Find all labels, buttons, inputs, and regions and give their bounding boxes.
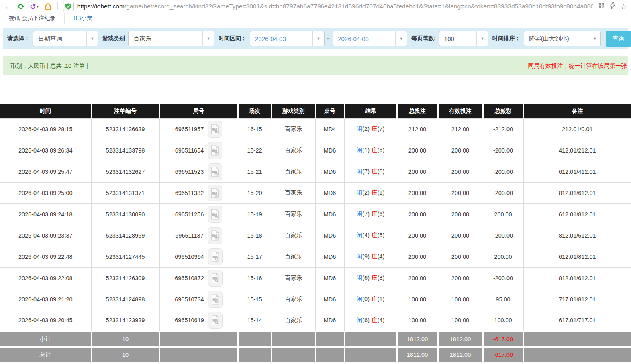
result-player-label: 闲 [357,189,363,196]
result-player-num: (7) [362,211,370,217]
cell-game: 百家乐 [272,225,315,246]
game-type-select[interactable]: 百家乐 ▼ [128,31,214,46]
result-banker-num: (1) [378,296,385,302]
tab-bb-tip[interactable]: BB小费 [65,13,101,24]
cell-total-bet: 200.00 [397,267,438,289]
cell-note: 717.01/812.01 [523,289,631,310]
chevron-down-icon: ▼ [395,31,407,46]
cell-payout: -200.00 [483,267,523,289]
video-replay-button[interactable] [208,291,223,308]
cell-time: 2026-04-03 09:22:48 [0,246,91,267]
chevron-down-icon: ▼ [312,31,324,46]
table-row: 2026-04-03 09:20:45 523314123939 6965106… [0,310,631,331]
cell-round: 696510872 [159,267,238,289]
result-player-label: 闲 [357,168,363,175]
back-icon[interactable]: ← [4,2,13,11]
qr-code-icon[interactable] [598,3,604,10]
video-replay-button[interactable] [208,185,222,201]
cell-valid-bet: 200.00 [438,140,483,161]
header-total-bet: 总投注 [397,104,438,118]
bet-records-table: 时间 注单编号 局号 场次 游戏类别 桌号 结果 总投注 有效投注 总派彩 备注… [0,104,631,363]
url-text: https://iohetf.com/game/betrecord_search… [77,3,593,10]
address-bar-actions: ☆ [597,2,627,11]
video-replay-button[interactable] [208,206,222,223]
cell-note: 612.01/812.01 [523,246,631,267]
cell-payout: 200.00 [483,246,523,267]
cell-bet-id: 523314133798 [91,140,159,161]
cell-total-bet: 200.00 [397,225,438,246]
result-banker-label: 庄 [372,189,378,196]
cell-result: 闲(6)庄(8) [344,267,397,289]
bookmark-star-icon[interactable]: ☆ [620,2,627,11]
footer-empty-note [523,331,631,347]
cell-note: 617.01/717.01 [523,310,631,331]
result-player-label: 闲 [357,126,363,132]
round-number: 696511382 [175,190,204,196]
sort-order-select[interactable]: 降幂(由大到小) ▼ [524,31,601,46]
tab-label: 视讯 会员下注纪录 [9,15,55,22]
cell-total-bet: 200.00 [397,182,438,203]
cell-session: 15-19 [238,203,272,225]
cell-bet-id: 523314130090 [91,203,159,225]
date-from-select[interactable]: 2026-04-03 ▼ [250,31,325,46]
cell-payout: 95.00 [483,289,523,310]
chevron-down-icon: ▼ [202,31,214,46]
cell-bet-id: 523314127445 [91,246,159,267]
video-replay-button[interactable] [208,248,223,265]
home-icon[interactable] [44,3,52,10]
cell-game: 百家乐 [272,140,315,161]
time-range-label: 时间区间： [219,35,247,42]
search-button[interactable]: 查询 [606,31,631,47]
query-type-value: 日期查询 [33,35,86,43]
video-replay-button[interactable] [208,163,222,180]
cell-valid-bet: 200.00 [438,246,483,267]
tab-video-bet-records[interactable]: 视讯 会员下注纪录 [0,13,65,24]
video-replay-button[interactable] [208,227,222,244]
toolbar-divider [57,2,58,10]
cell-valid-bet: 100.00 [438,310,483,331]
cell-table-no: MD6 [315,225,344,246]
address-bar[interactable]: https://iohetf.com/game/betrecord_search… [63,2,627,11]
cell-time: 2026-04-03 09:23:37 [0,225,91,246]
result-banker-num: (7) [378,126,385,132]
cell-table-no: MD6 [315,289,344,310]
cell-round: 696511256 [159,203,238,225]
header-session: 场次 [238,104,272,118]
result-banker-label: 庄 [372,275,378,281]
flash-extension-icon[interactable] [610,2,615,10]
page-size-value: 100 [439,35,476,42]
result-player-num: (2) [362,189,370,196]
round-number: 696511523 [175,169,204,175]
result-banker-num: (5) [378,147,385,153]
summary-bar: 币别：人民币 | 总共 :10 注单 | 同局有效投注，统一计算在该局第一张 [3,56,628,75]
range-separator: ~ [327,35,330,42]
cell-result: 闲(7)庄(6) [344,161,397,182]
cell-game: 百家乐 [272,310,315,331]
result-player-label: 闲 [357,253,363,260]
page-size-select[interactable]: 100 ▼ [439,31,488,46]
date-to-select[interactable]: 2026-04-03 ▼ [333,31,407,46]
footer-empty-round [159,331,238,347]
cell-round: 696511957 [159,118,238,140]
security-shield-icon[interactable] [63,2,74,11]
result-player-num: (7) [362,168,370,175]
header-valid-bet: 有效投注 [438,104,483,118]
result-banker-label: 庄 [372,126,378,132]
footer-total-bet: 1812.00 [397,347,438,362]
cell-payout: 100.00 [483,310,523,331]
result-player-num: (6) [362,317,370,323]
table-row: 2026-04-03 09:26:34 523314133798 6965116… [0,140,631,161]
cell-round: 696510994 [159,246,238,267]
tab-label: BB小费 [74,15,92,22]
video-replay-button[interactable] [208,121,222,138]
video-replay-button[interactable] [208,270,223,287]
browser-toolbar: ← ⟳ ↺ ▾ https://iohetf.com/game/betrecor… [0,0,631,13]
video-replay-button[interactable] [208,312,223,329]
video-replay-button[interactable] [208,142,222,159]
refresh-icon[interactable]: ⟳ [18,3,25,10]
query-type-select[interactable]: 日期查询 ▼ [33,31,98,46]
history-dropdown[interactable]: ↺ ▾ [30,3,39,10]
result-banker-num: (6) [378,211,385,217]
table-summary-row: 总计 10 1812.00 1812.00 -617.00 [0,347,631,362]
round-number: 696511654 [175,147,204,154]
